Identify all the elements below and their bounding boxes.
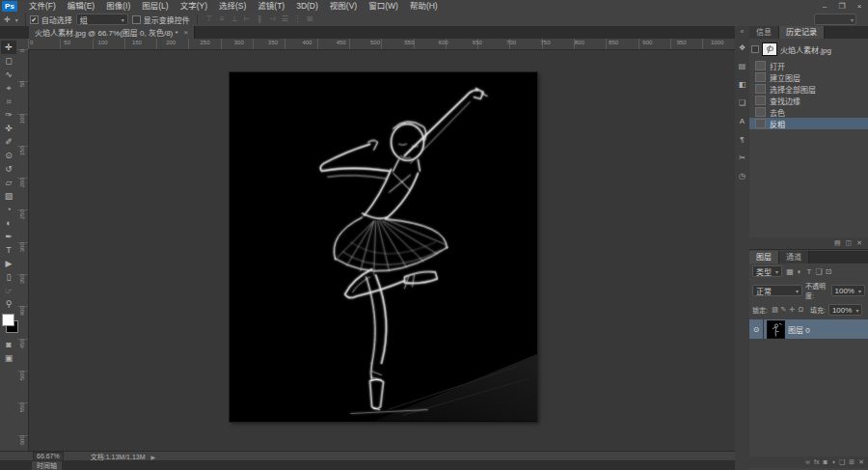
menu-help[interactable]: 帮助(H): [404, 0, 444, 13]
fill-dropdown[interactable]: 100% ▾: [828, 304, 862, 316]
clone-stamp-tool[interactable]: ⊙: [1, 149, 16, 162]
align-vertical-centers-icon[interactable]: ≡: [217, 14, 228, 24]
menu-file[interactable]: 文件(F): [23, 0, 62, 13]
filter-shape-layers-icon[interactable]: ❑: [814, 267, 824, 276]
styles-panel-icon[interactable]: ❏: [736, 97, 748, 109]
paragraph-panel-icon[interactable]: ¶: [736, 133, 748, 146]
tab-timeline[interactable]: 时间轴: [32, 461, 62, 470]
distribute-bottom-icon[interactable]: ⊞: [305, 14, 315, 24]
layer-effects-icon[interactable]: fx: [814, 456, 819, 468]
lock-image-icon[interactable]: ✎: [779, 306, 788, 314]
history-state-row[interactable]: 打开: [749, 60, 868, 71]
menu-image[interactable]: 图像(I): [100, 0, 136, 13]
move-tool[interactable]: ✛: [1, 41, 16, 54]
foreground-color-swatch[interactable]: [2, 314, 14, 326]
lasso-tool[interactable]: ∿: [1, 68, 16, 81]
tab-layers[interactable]: 图层: [749, 251, 779, 263]
auto-select-mode-dropdown[interactable]: 组 ▾: [76, 14, 128, 25]
pen-tool[interactable]: ✒: [1, 230, 16, 243]
new-snapshot-icon[interactable]: ◫: [846, 237, 853, 249]
expand-panels-icon[interactable]: «: [741, 26, 745, 39]
healing-brush-tool[interactable]: ✜: [1, 122, 16, 135]
history-snapshot-row[interactable]: 火焰人素材.jpg: [749, 39, 868, 60]
workspace-dropdown[interactable]: ▾: [814, 14, 856, 25]
history-state-row[interactable]: 去色: [749, 106, 868, 118]
color-swatches[interactable]: [1, 314, 16, 335]
layer-group-icon[interactable]: ❑: [839, 456, 845, 468]
layer-mask-icon[interactable]: ◙: [824, 456, 827, 468]
distribute-vertical-icon[interactable]: ⋮: [292, 14, 303, 24]
screen-mode-button[interactable]: ▣: [1, 351, 16, 365]
minimize-button[interactable]: –: [816, 0, 833, 13]
blur-tool[interactable]: ◔: [1, 203, 16, 216]
menu-layer[interactable]: 图层(L): [136, 0, 174, 13]
clip-panel-icon[interactable]: ✂: [736, 152, 748, 164]
blend-mode-dropdown[interactable]: 正常 ▾: [752, 285, 802, 296]
menu-window[interactable]: 窗口(W): [363, 0, 404, 13]
history-state-row[interactable]: 查找边缘: [749, 95, 868, 106]
history-brush-source-box[interactable]: [751, 45, 759, 53]
tool-preset-picker[interactable]: ✛ ▾: [0, 13, 26, 26]
delete-state-icon[interactable]: ✕: [856, 237, 862, 249]
history-state-row[interactable]: 选择全部图层: [749, 83, 868, 95]
link-layers-icon[interactable]: ∞: [805, 456, 810, 468]
crop-tool[interactable]: ⌗: [1, 95, 16, 108]
menu-filter[interactable]: 滤镜(T): [252, 0, 290, 13]
menu-type[interactable]: 文字(Y): [175, 0, 213, 13]
type-tool[interactable]: T: [1, 243, 16, 257]
filter-pixel-layers-icon[interactable]: ▦: [785, 267, 795, 276]
adjustments-panel-icon[interactable]: ◧: [736, 78, 748, 91]
history-state-row[interactable]: 反相: [749, 118, 868, 129]
visibility-eye-icon[interactable]: ⊙: [749, 319, 764, 339]
hand-tool[interactable]: ☞: [1, 284, 16, 297]
shape-tool[interactable]: ▯: [1, 270, 16, 284]
close-button[interactable]: ×: [851, 0, 868, 13]
show-transform-checkbox[interactable]: 显示变换控件: [132, 14, 190, 25]
color-panel-icon[interactable]: ❖: [736, 41, 748, 54]
history-state-row[interactable]: 建立图层: [749, 71, 868, 83]
lock-all-icon[interactable]: Ω: [797, 306, 805, 314]
filter-type-layers-icon[interactable]: T: [804, 267, 814, 276]
swatches-panel-icon[interactable]: ▤: [736, 60, 748, 72]
brush-tool[interactable]: ✐: [1, 135, 16, 149]
align-top-edges-icon[interactable]: ⊤: [204, 14, 215, 24]
zoom-tool[interactable]: ⚲: [1, 297, 16, 311]
character-panel-icon[interactable]: A: [736, 115, 748, 127]
filter-smart-objects-icon[interactable]: ⊡: [824, 267, 833, 276]
new-document-from-state-icon[interactable]: ▤: [834, 237, 841, 249]
align-horizontal-centers-icon[interactable]: ∥: [255, 14, 265, 24]
layer-row[interactable]: ⊙ 图层 0: [749, 319, 868, 339]
adjustment-layer-icon[interactable]: ◑: [831, 456, 835, 468]
close-icon[interactable]: ×: [184, 28, 189, 37]
quick-selection-tool[interactable]: ⌖: [1, 81, 16, 95]
marquee-tool[interactable]: ◻: [1, 54, 16, 68]
new-layer-icon[interactable]: ⊞: [849, 456, 854, 468]
filter-type-dropdown[interactable]: 类型 ▾: [752, 265, 782, 277]
menu-3d[interactable]: 3D(D): [290, 0, 324, 13]
tab-channels[interactable]: 通道: [779, 251, 809, 263]
quick-mask-button[interactable]: ◙: [1, 338, 16, 351]
gradient-tool[interactable]: ▨: [1, 189, 16, 203]
menu-edit[interactable]: 编辑(E): [62, 0, 100, 13]
align-right-edges-icon[interactable]: ⊣: [267, 14, 278, 24]
delete-layer-icon[interactable]: ✕: [858, 456, 864, 468]
document-tab[interactable]: 火焰人素材.jpg @ 66.7%(图层 0, 灰色/8) * ×: [29, 26, 195, 39]
history-brush-tool[interactable]: ↺: [1, 162, 16, 176]
tab-info[interactable]: 信息: [749, 26, 779, 39]
auto-select-checkbox[interactable]: ✔ 自动选择: [30, 14, 72, 25]
menu-view[interactable]: 视图(V): [324, 0, 363, 13]
distribute-top-icon[interactable]: ☰: [280, 14, 290, 24]
restore-button[interactable]: ❐: [833, 0, 851, 13]
tab-history[interactable]: 历史记录: [779, 26, 825, 39]
dodge-tool[interactable]: ◐: [1, 216, 16, 230]
lock-position-icon[interactable]: ✛: [788, 306, 797, 314]
timeline-panel-icon[interactable]: ◷: [736, 170, 748, 182]
filter-adjustment-layers-icon[interactable]: ◐: [795, 267, 804, 276]
align-left-edges-icon[interactable]: ⊢: [242, 14, 253, 24]
lock-transparency-icon[interactable]: ▨: [771, 306, 779, 314]
menu-select[interactable]: 选择(S): [213, 0, 252, 13]
align-bottom-edges-icon[interactable]: ⊥: [230, 14, 240, 24]
eyedropper-tool[interactable]: ✑: [1, 108, 16, 122]
path-selection-tool[interactable]: ▶: [1, 257, 16, 270]
status-arrow-icon[interactable]: ▶: [151, 454, 156, 460]
